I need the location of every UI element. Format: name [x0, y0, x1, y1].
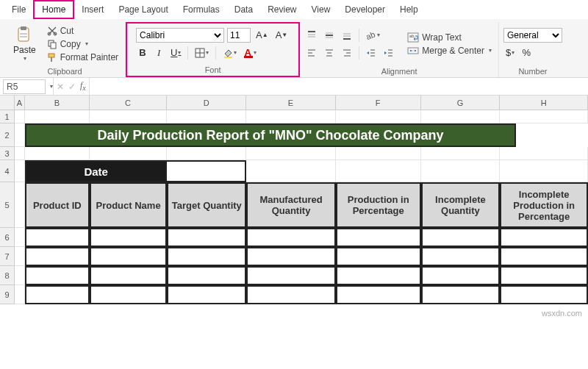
decrease-indent-button[interactable]	[364, 46, 379, 60]
increase-indent-button[interactable]	[381, 46, 396, 60]
header-product-id[interactable]: Product ID	[25, 182, 90, 228]
formula-input[interactable]	[89, 78, 588, 95]
header-manufactured-quantity[interactable]: Manufactured Quantity	[246, 182, 336, 228]
cell[interactable]	[15, 182, 25, 228]
row-header-9[interactable]: 9	[0, 285, 15, 304]
cell[interactable]	[336, 285, 421, 304]
font-name-select[interactable]: Calibri	[136, 28, 224, 43]
menu-page-layout[interactable]: Page Layout	[111, 1, 175, 18]
font-color-button[interactable]: A ▾	[242, 46, 258, 60]
number-format-select[interactable]: General	[503, 28, 562, 43]
cell[interactable]	[90, 147, 168, 160]
row-header-2[interactable]: 2	[0, 123, 15, 147]
cell[interactable]	[246, 266, 336, 285]
decrease-font-button[interactable]: A▼	[273, 28, 290, 43]
cell[interactable]	[421, 285, 501, 304]
align-left-button[interactable]	[304, 46, 319, 60]
menu-review[interactable]: Review	[260, 1, 304, 18]
menu-view[interactable]: View	[304, 1, 338, 18]
col-header-f[interactable]: F	[336, 96, 421, 110]
currency-button[interactable]: $▾	[503, 46, 517, 60]
report-title-cell[interactable]: Daily Production Report of "MNO" Chocola…	[25, 123, 516, 147]
header-incomplete-percentage[interactable]: Incomplete Production in Percentage	[500, 182, 588, 228]
cell[interactable]	[15, 147, 25, 160]
row-header-6[interactable]: 6	[0, 228, 15, 247]
header-target-quantity[interactable]: Target Quantity	[167, 182, 246, 228]
row-header-4[interactable]: 4	[0, 160, 15, 182]
cell[interactable]	[246, 147, 336, 160]
cell[interactable]	[421, 160, 501, 182]
cell[interactable]	[421, 110, 501, 123]
cell[interactable]	[25, 110, 90, 123]
select-all-corner[interactable]	[0, 96, 15, 110]
cell[interactable]	[500, 247, 588, 266]
row-header-8[interactable]: 8	[0, 266, 15, 285]
percent-button[interactable]: %	[520, 46, 533, 60]
bold-button[interactable]: B	[136, 46, 149, 60]
cell[interactable]	[25, 247, 90, 266]
orientation-button[interactable]: ab▾	[364, 28, 382, 43]
row-header-1[interactable]: 1	[0, 110, 15, 123]
cell[interactable]	[90, 228, 168, 247]
cell[interactable]	[15, 110, 25, 123]
cell[interactable]	[167, 147, 246, 160]
cell[interactable]	[500, 160, 588, 182]
cell[interactable]	[500, 285, 588, 304]
increase-font-button[interactable]: A▲	[254, 28, 270, 43]
cell[interactable]	[500, 266, 588, 285]
cell[interactable]	[421, 147, 501, 160]
menu-file[interactable]: File	[4, 1, 33, 18]
cell[interactable]	[336, 160, 421, 182]
cell[interactable]	[167, 228, 246, 247]
fill-color-button[interactable]: ▾	[220, 46, 239, 60]
date-value-cell[interactable]	[167, 160, 246, 182]
menu-data[interactable]: Data	[227, 1, 260, 18]
col-header-g[interactable]: G	[421, 96, 501, 110]
cell[interactable]	[336, 228, 421, 247]
cell[interactable]	[336, 266, 421, 285]
col-header-e[interactable]: E	[246, 96, 336, 110]
cell[interactable]	[25, 147, 90, 160]
row-header-7[interactable]: 7	[0, 247, 15, 266]
cell[interactable]	[167, 266, 246, 285]
cell[interactable]	[25, 228, 90, 247]
cancel-formula-button[interactable]: ✕	[57, 82, 64, 92]
cell[interactable]	[336, 147, 421, 160]
cell[interactable]	[15, 160, 25, 182]
cell[interactable]	[90, 110, 168, 123]
wrap-text-button[interactable]: ab Wrap Text	[405, 32, 494, 43]
cell[interactable]	[90, 285, 168, 304]
font-size-input[interactable]	[227, 28, 251, 43]
italic-button[interactable]: I	[152, 46, 165, 60]
col-header-b[interactable]: B	[25, 96, 90, 110]
cell[interactable]	[15, 247, 25, 266]
cell[interactable]	[15, 123, 25, 147]
date-label-cell[interactable]: Date	[25, 160, 168, 182]
cell[interactable]	[90, 266, 168, 285]
col-header-a[interactable]: A	[15, 96, 25, 110]
cell[interactable]	[421, 228, 501, 247]
merge-center-button[interactable]: Merge & Center ▾	[405, 45, 494, 57]
menu-home[interactable]: Home	[33, 0, 74, 19]
cell[interactable]	[167, 247, 246, 266]
menu-insert[interactable]: Insert	[74, 1, 111, 18]
cell[interactable]	[167, 110, 246, 123]
align-bottom-button[interactable]	[340, 28, 354, 43]
cell[interactable]	[246, 285, 336, 304]
cell[interactable]	[246, 247, 336, 266]
cell[interactable]	[336, 247, 421, 266]
cell[interactable]	[167, 285, 246, 304]
cell[interactable]	[90, 247, 168, 266]
align-top-button[interactable]	[304, 28, 319, 43]
align-center-button[interactable]	[322, 46, 337, 60]
col-header-h[interactable]: H	[500, 96, 588, 110]
menu-formulas[interactable]: Formulas	[176, 1, 227, 18]
insert-function-button[interactable]: fx	[80, 80, 86, 92]
cell[interactable]	[246, 160, 336, 182]
align-right-button[interactable]	[340, 46, 354, 60]
cell[interactable]	[246, 228, 336, 247]
underline-button[interactable]: U▾	[168, 46, 183, 60]
header-production-percentage[interactable]: Production in Percentage	[336, 182, 421, 228]
cell[interactable]	[500, 147, 588, 160]
align-middle-button[interactable]	[322, 28, 337, 43]
